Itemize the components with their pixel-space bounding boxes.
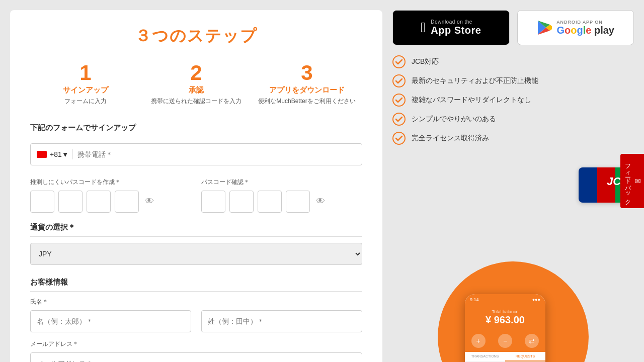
apple-store-badge[interactable]:  Download on the App Store	[392, 10, 510, 45]
step-3-title: アプリをダウンロード	[252, 85, 362, 95]
phone-actions-row: + − ⇄	[465, 332, 545, 352]
steps-row: 1 サインアップ フォームに入力 2 承認 携帯に送られた確認コードを入力 3 …	[30, 62, 362, 106]
step-1-title: サインアップ	[30, 85, 141, 95]
passcode-box-4[interactable]	[115, 191, 139, 213]
tab-transactions[interactable]: TRANSACTIONS	[465, 352, 505, 361]
phone-separator	[72, 149, 72, 159]
feature-item-0: JCB対応	[392, 55, 634, 68]
google-play-icon	[537, 20, 553, 36]
google-badge-main-text: Google play	[557, 25, 614, 36]
step-2-desc: 携帯に送られた確認コードを入力	[141, 97, 252, 106]
email-label: メールアドレス＊	[30, 340, 362, 348]
passcode-confirm-box-1[interactable]	[201, 191, 225, 213]
step-2-number: 2	[141, 62, 252, 83]
name-row	[30, 310, 362, 332]
passcode-confirm-box-3[interactable]	[258, 191, 282, 213]
email-input[interactable]	[30, 352, 362, 362]
minus-action-button[interactable]: −	[498, 334, 512, 348]
customer-section: お客様情報 氏名＊ メールアドレス＊	[30, 278, 362, 362]
currency-label: 通貨の選択＊	[30, 223, 362, 237]
phone-input[interactable]	[77, 150, 356, 158]
passcode-confirm-label: パスコード確認＊	[201, 178, 362, 187]
phone-field-wrapper: +81▼	[30, 143, 362, 165]
passcode-confirm-box-4[interactable]	[286, 191, 310, 213]
feedback-label: フィードバック	[623, 160, 632, 202]
phone-tabs: TRANSACTIONS REQUESTS	[465, 352, 545, 362]
mockup-area: JCB 9:14 ●●● Total balance ¥ 963.00 + − …	[392, 157, 634, 362]
google-play-badge[interactable]: ANDROID APP ON Google play	[517, 10, 634, 45]
currency-select[interactable]: JPY USD EUR GBP	[30, 243, 362, 265]
customer-label: お客様情報	[30, 278, 362, 292]
last-name-input[interactable]	[201, 310, 362, 332]
signup-section: 下記のフォームでサインアップ +81▼	[30, 123, 362, 165]
feature-text-0: JCB対応	[412, 57, 439, 66]
transfer-action-button[interactable]: ⇄	[525, 334, 539, 348]
phone-mockup: 9:14 ●●● Total balance ¥ 963.00 + − ⇄ TR…	[465, 294, 545, 362]
svg-point-4	[393, 56, 405, 68]
tab-requests[interactable]: REQUESTS	[505, 352, 545, 361]
feedback-tab[interactable]: ✉ フィードバック	[620, 154, 644, 208]
step-2-title: 承認	[141, 85, 252, 95]
phone-time: 9:14	[470, 297, 479, 302]
feature-item-3: シンプルでやりがいのある	[392, 113, 634, 126]
passcode-create-label: 推測しにくいパスコードを作成＊	[30, 178, 191, 187]
check-icon-4	[392, 132, 406, 145]
svg-point-5	[393, 75, 405, 87]
passcode-box-1[interactable]	[30, 191, 54, 213]
feature-text-1: 最新のセキュリティおよび不正防止機能	[412, 76, 538, 85]
passcode-create-boxes: 👁	[30, 191, 191, 213]
step-1-desc: フォームに入力	[30, 97, 141, 106]
passcode-create-group: 推測しにくいパスコードを作成＊ 👁	[30, 178, 191, 213]
check-icon-3	[392, 113, 406, 126]
left-panel: ３つのステップ 1 サインアップ フォームに入力 2 承認 携帯に送られた確認コ…	[10, 10, 382, 362]
apple-badge-top-text: Download on the	[431, 19, 481, 25]
feature-text-2: 複雑なパスワードやリダイレクトなし	[412, 96, 531, 105]
feature-item-1: 最新のセキュリティおよび不正防止機能	[392, 74, 634, 87]
svg-point-7	[393, 113, 405, 125]
feature-text-3: シンプルでやりがいのある	[412, 115, 496, 124]
page-title: ３つのステップ	[30, 25, 362, 47]
step-1: 1 サインアップ フォームに入力	[30, 62, 141, 106]
balance-amount: ¥ 963.00	[471, 314, 539, 326]
currency-section: 通貨の選択＊ JPY USD EUR GBP	[30, 223, 362, 265]
svg-point-8	[393, 132, 405, 144]
passcode-box-2[interactable]	[58, 191, 83, 213]
add-action-button[interactable]: +	[471, 334, 486, 348]
step-1-number: 1	[30, 62, 141, 83]
phone-signal-icon: ●●●	[532, 297, 540, 302]
feature-item-4: 完全ライセンス取得済み	[392, 132, 634, 145]
passcode-confirm-group: パスコード確認＊ 👁	[201, 178, 362, 213]
check-icon-2	[392, 94, 406, 107]
balance-label: Total balance	[471, 309, 539, 314]
passcode-confirm-boxes: 👁	[201, 191, 362, 213]
feature-item-2: 複雑なパスワードやリダイレクトなし	[392, 94, 634, 107]
passcode-box-3[interactable]	[87, 191, 111, 213]
name-label: 氏名＊	[30, 298, 362, 306]
jcb-stripe-blue	[579, 167, 597, 203]
store-badges:  Download on the App Store	[392, 10, 634, 45]
japan-flag-icon	[37, 151, 47, 158]
svg-point-6	[393, 94, 405, 106]
apple-badge-main-text: App Store	[431, 25, 481, 36]
signup-label: 下記のフォームでサインアップ	[30, 123, 362, 137]
feature-text-4: 完全ライセンス取得済み	[412, 134, 489, 143]
passcode-confirm-box-2[interactable]	[229, 191, 254, 213]
check-icon-1	[392, 74, 406, 87]
feedback-envelope-icon: ✉	[635, 177, 641, 185]
first-name-input[interactable]	[30, 310, 191, 332]
step-3: 3 アプリをダウンロード 便利なMuchBetterをご利用ください	[252, 62, 362, 106]
passcode-toggle-icon[interactable]: 👁	[145, 196, 154, 207]
step-2: 2 承認 携帯に送られた確認コードを入力	[141, 62, 252, 106]
google-badge-top-text: ANDROID APP ON	[557, 20, 614, 25]
step-3-number: 3	[252, 62, 362, 83]
passcode-confirm-toggle-icon[interactable]: 👁	[316, 196, 325, 207]
check-icon-0	[392, 55, 406, 68]
features-list: JCB対応 最新のセキュリティおよび不正防止機能 複雑なパスワードやリダイレクト…	[392, 55, 634, 145]
passcode-row: 推測しにくいパスコードを作成＊ 👁 パスコード確認＊ 👁	[30, 178, 362, 213]
phone-code: +81▼	[50, 150, 69, 158]
right-panel:  Download on the App Store	[392, 10, 634, 362]
apple-logo-icon: 	[421, 20, 426, 36]
step-3-desc: 便利なMuchBetterをご利用ください	[252, 97, 362, 106]
phone-balance-section: Total balance ¥ 963.00	[465, 305, 545, 332]
phone-status-bar: 9:14 ●●●	[465, 294, 545, 305]
